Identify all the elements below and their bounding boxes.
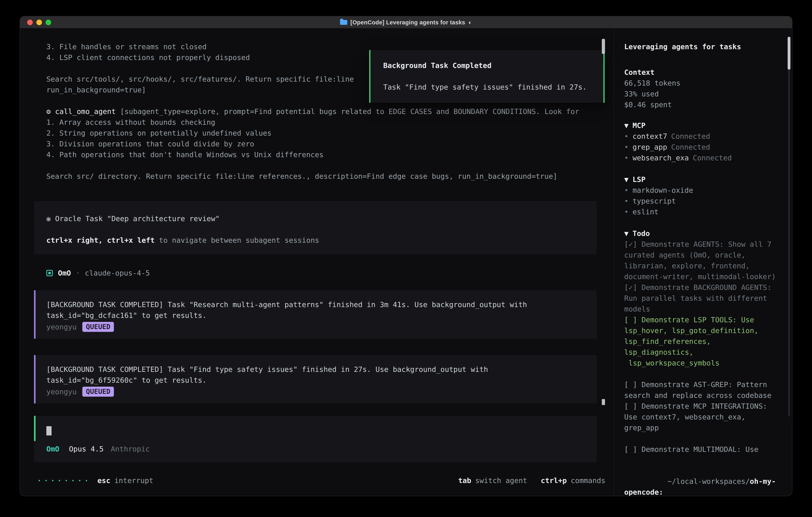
sidebar-scrollbar-thumb[interactable]	[788, 37, 790, 70]
mcp-name: context7	[633, 131, 667, 141]
ctrl-p-key-label: commands	[571, 475, 605, 486]
workspace-path: ~/local-workspaces/oh-my-opencode: maste…	[624, 465, 780, 496]
mcp-status: Connected	[671, 141, 710, 152]
toast-title: Background Task Completed	[383, 60, 603, 71]
mcp-name: websearch_exa	[633, 152, 689, 163]
tool-call-line: ⚙call_omo_agent[subagent_type=explore, p…	[46, 106, 614, 117]
bullet-icon: •	[624, 152, 629, 163]
spacer	[383, 71, 603, 82]
agent-square-icon	[46, 270, 53, 276]
session-title: Leveraging agents for tasks	[624, 41, 780, 52]
session-sidebar: Leveraging agents for tasks Context 66,5…	[614, 28, 792, 496]
prompt-input-box[interactable]: OmO Opus 4.5 Anthropic	[34, 416, 597, 462]
window-title-text: [OpenCode] Leveraging agents for tasks	[350, 19, 465, 25]
todo-item-pending: [ ] Demonstrate MCP INTEGRATIONS: Use co…	[624, 401, 780, 433]
tab-key-hint: tab	[458, 475, 471, 486]
esc-key-label: interrupt	[114, 475, 153, 486]
commands-hint-group: ctrl+p commands	[541, 475, 605, 486]
chevron-down-icon: ▼	[624, 175, 629, 184]
toast-body: Task "Find type safety issues" finished …	[383, 82, 603, 92]
status-bar: ········ esc interrupt tab switch agent …	[37, 475, 605, 486]
mcp-item: • context7 Connected	[624, 131, 780, 141]
tab-hint-group: tab switch agent	[458, 475, 527, 486]
message-background-task-1: [BACKGROUND TASK COMPLETED] Task "Resear…	[34, 290, 597, 339]
tab-key-label: switch agent	[475, 475, 527, 486]
todo-item-pending: [ ] Demonstrate MULTIMODAL: Use	[624, 444, 780, 455]
footer-model-name: Opus 4.5	[69, 443, 104, 454]
lsp-name: typescript	[633, 195, 676, 206]
notification-toast[interactable]: Background Task Completed Task "Find typ…	[369, 50, 605, 103]
message-text: [BACKGROUND TASK COMPLETED] Task "Resear…	[46, 299, 585, 321]
bullet-icon: •	[624, 206, 629, 217]
sidebar-scrollbar-track[interactable]	[788, 37, 790, 417]
todo-item-pending: [ ] Demonstrate AST-GREP: Pattern search…	[624, 379, 780, 401]
context-used: 33% used	[624, 88, 780, 99]
separator-dot: ·	[76, 268, 80, 278]
lsp-section-heading[interactable]: ▼LSP	[624, 174, 780, 185]
main-scrollbar-mark[interactable]	[602, 399, 605, 405]
chevron-down-icon: ▼	[624, 229, 629, 238]
todo-item-active: [ ] Demonstrate LSP TOOLS: Use lsp_hover…	[624, 314, 780, 368]
window-title: [OpenCode] Leveraging agents for tasks◐	[20, 19, 792, 25]
main-scrollbar-thumb[interactable]	[602, 39, 605, 54]
fisheye-icon: ◉	[46, 214, 51, 223]
context-heading: Context	[624, 67, 780, 78]
context-tokens: 66,518 tokens	[624, 78, 780, 88]
message-meta: yeongyu QUEUED	[46, 322, 585, 332]
folder-icon	[340, 20, 347, 25]
oracle-task-title: Oracle Task "Deep architecture review"	[55, 214, 220, 223]
mcp-status: Connected	[671, 131, 710, 141]
prompt-editor[interactable]	[34, 416, 597, 441]
lsp-name: markdown-oxide	[633, 185, 693, 195]
message-meta: yeongyu QUEUED	[46, 386, 585, 397]
context-spent: $0.46 spent	[624, 99, 780, 110]
lsp-item: • markdown-oxide	[624, 185, 780, 195]
hint-keys: ctrl+x right, ctrl+x left	[46, 236, 155, 244]
tool-call-args: [subagent_type=explore, prompt=Find pote…	[120, 107, 579, 115]
lsp-item: • typescript	[624, 195, 780, 206]
progress-half-circle-icon: ◐	[468, 19, 472, 25]
agent-name: OmO	[58, 268, 71, 278]
gear-icon: ⚙	[46, 107, 51, 115]
agent-header: OmO · claude-opus-4-5	[46, 268, 614, 278]
message-author: yeongyu	[46, 322, 77, 332]
oracle-task-panel: ◉Oracle Task "Deep architecture review" …	[34, 201, 597, 254]
footer-agent-name: OmO	[46, 443, 59, 454]
bullet-icon: •	[624, 185, 629, 195]
input-footer: OmO Opus 4.5 Anthropic	[34, 441, 597, 462]
message-text: [BACKGROUND TASK COMPLETED] Task "Find t…	[46, 364, 585, 385]
lsp-name: eslint	[633, 206, 659, 217]
ctrl-p-key-hint: ctrl+p	[541, 475, 567, 486]
todo-item-done: [✓] Demonstrate BACKGROUND AGENTS: Run p…	[624, 282, 780, 314]
queued-badge: QUEUED	[82, 322, 114, 332]
mcp-section-heading[interactable]: ▼MCP	[624, 120, 780, 131]
status-right: tab switch agent ctrl+p commands	[444, 475, 605, 486]
message-author: yeongyu	[46, 386, 77, 397]
lsp-item: • eslint	[624, 206, 780, 217]
chevron-down-icon: ▼	[624, 121, 629, 130]
mcp-status: Connected	[693, 152, 732, 163]
tool-call-name: call_omo_agent	[55, 107, 116, 115]
mcp-item: • websearch_exa Connected	[624, 152, 780, 163]
bullet-icon: •	[624, 195, 629, 206]
bullet-icon: •	[624, 141, 629, 152]
queued-badge: QUEUED	[82, 387, 114, 397]
esc-key-hint: esc	[97, 475, 110, 486]
bullet-icon: •	[624, 131, 629, 141]
spinner-dots: ········	[37, 475, 91, 486]
tool-call-arg-tail: Search src/ directory. Return specific f…	[46, 171, 614, 182]
text-cursor	[46, 426, 52, 435]
titlebar: [OpenCode] Leveraging agents for tasks◐	[20, 17, 792, 28]
workspace-path-dim: ~/local-workspaces/	[668, 477, 750, 485]
footer-provider-name: Anthropic	[111, 443, 150, 454]
chat-area: 3. File handles or streams not closed 4.…	[20, 28, 614, 496]
message-background-task-2: [BACKGROUND TASK COMPLETED] Task "Find t…	[34, 355, 597, 404]
agent-model: claude-opus-4-5	[85, 268, 150, 278]
mcp-name: grep_app	[633, 141, 667, 152]
tool-call-arg-list: 1. Array access without bounds checking …	[46, 117, 614, 160]
oracle-task-hint: ctrl+x right, ctrl+x left to navigate be…	[46, 235, 585, 245]
hint-rest: to navigate between subagent sessions	[155, 236, 319, 244]
todo-section-heading[interactable]: ▼Todo	[624, 228, 780, 239]
todo-item-done: [✓] Demonstrate AGENTS: Show all 7 curat…	[624, 239, 780, 282]
screen: [OpenCode] Leveraging agents for tasks◐ …	[0, 0, 812, 517]
